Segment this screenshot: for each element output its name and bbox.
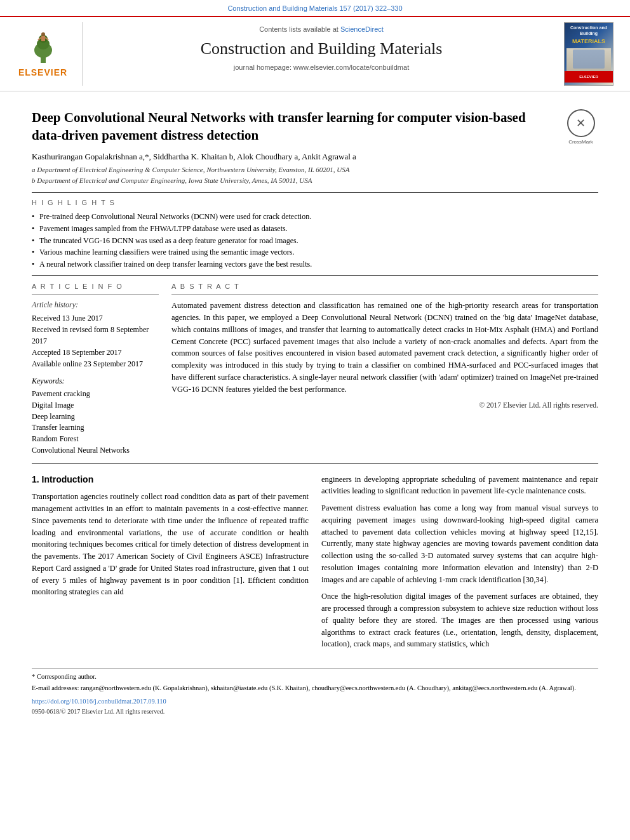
homepage-url: journal homepage: www.elsevier.com/locat…: [91, 63, 551, 72]
cover-materials-text: MATERIALS: [572, 37, 605, 46]
divider-after-highlights: [32, 275, 598, 276]
authors-text: Kasthurirangan Gopalakrishnan a,*, Siddh…: [32, 152, 356, 161]
highlights-section: H I G H L I G H T S Pre-trained deep Con…: [32, 198, 598, 270]
copyright-line: © 2017 Elsevier Ltd. All rights reserved…: [171, 400, 598, 410]
affiliations-block: a Department of Electrical Engineering &…: [32, 165, 598, 186]
intro-right-column: engineers in developing appropriate sche…: [321, 474, 598, 656]
email-footnote-text: E-mail addresses: rangan@northwestern.ed…: [32, 684, 576, 691]
keyword-4: Transfer learning: [32, 422, 159, 433]
sciencedirect-line: Contents lists available at ScienceDirec…: [91, 25, 551, 34]
cover-bottom-bar: ELSEVIER: [565, 71, 613, 83]
issn-line: 0950-0618/© 2017 Elsevier Ltd. All right…: [32, 707, 598, 716]
article-history-group: Article history: Received 13 June 2017 R…: [32, 300, 159, 370]
crossmark-icon: [567, 109, 595, 137]
intro-para1-right: engineers in developing appropriate sche…: [321, 474, 598, 498]
svg-point-4: [41, 32, 45, 36]
doi-link[interactable]: https://doi.org/10.1016/j.conbuildmat.20…: [32, 698, 166, 705]
contents-text: Contents lists available at: [259, 25, 338, 33]
footnotes-area: * Corresponding author. E-mail addresses…: [32, 668, 598, 716]
highlights-list: Pre-trained deep Convolutional Neural Ne…: [32, 211, 598, 270]
article-info-abstract-section: A R T I C L E I N F O Article history: R…: [32, 282, 598, 457]
cover-image-block: Construction and Building MATERIALS ELSE…: [560, 22, 617, 86]
crossmark-label: CrossMark: [568, 138, 593, 145]
elsevier-tree-icon: [18, 30, 69, 65]
elsevier-brand-name: ELSEVIER: [18, 67, 67, 79]
affiliation-a: a Department of Electrical Engineering &…: [32, 165, 598, 175]
divider-after-affiliations: [32, 192, 598, 193]
journal-center-info: Contents lists available at ScienceDirec…: [91, 22, 551, 86]
article-title-text-block: Deep Convolutional Neural Networks with …: [32, 109, 557, 144]
corresponding-author-note: * Corresponding author.: [32, 672, 598, 682]
journal-header: ELSEVIER Contents lists available at Sci…: [0, 16, 630, 91]
article-info-column: A R T I C L E I N F O Article history: R…: [32, 282, 159, 457]
authors-line: Kasthurirangan Gopalakrishnan a,*, Siddh…: [32, 151, 598, 163]
cover-thumbnail: Construction and Building MATERIALS ELSE…: [564, 22, 613, 86]
keyword-6: Convolutional Neural Networks: [32, 445, 159, 456]
received-date: Received 13 June 2017: [32, 312, 159, 324]
intro-para1: Transportation agencies routinely collec…: [32, 491, 309, 598]
highlight-item-3: The truncated VGG-16 DCNN was used as a …: [32, 236, 598, 246]
received-revised-date: Received in revised form 8 September 201…: [32, 324, 159, 347]
highlight-item-5: A neural network classifier trained on d…: [32, 259, 598, 270]
available-online-date: Available online 23 September 2017: [32, 358, 159, 370]
intro-section-label: Introduction: [42, 474, 94, 484]
abstract-text: Automated pavement distress detection an…: [171, 300, 598, 395]
intro-para2-right: Pavement distress evaluation has come a …: [321, 502, 598, 585]
journal-ref-text: Construction and Building Materials 157 …: [227, 4, 402, 12]
intro-para3-right: Once the high-resolution digital images …: [321, 590, 598, 650]
divider-before-intro: [32, 463, 598, 463]
doi-line: https://doi.org/10.1016/j.conbuildmat.20…: [32, 697, 598, 707]
cover-title-label: Construction and Building: [570, 25, 607, 35]
keyword-1: Pavement cracking: [32, 389, 159, 399]
article-title-section: Deep Convolutional Neural Networks with …: [32, 109, 598, 145]
abstract-column: A B S T R A C T Automated pavement distr…: [171, 282, 598, 457]
introduction-section: 1. Introduction Transportation agencies …: [32, 474, 598, 656]
cover-title-text: Construction and Building: [566, 25, 611, 36]
article-history-label: Article history:: [32, 300, 159, 310]
affiliation-b: b Department of Electrical and Computer …: [32, 176, 598, 185]
journal-reference: Construction and Building Materials 157 …: [0, 0, 630, 16]
keyword-3: Deep learning: [32, 411, 159, 422]
accepted-date: Accepted 18 September 2017: [32, 347, 159, 358]
keyword-2: Digital Image: [32, 400, 159, 411]
sciencedirect-link[interactable]: ScienceDirect: [340, 25, 384, 33]
highlights-label: H I G H L I G H T S: [32, 198, 598, 208]
keyword-5: Random Forest: [32, 434, 159, 444]
highlight-item-4: Various machine learning classifiers wer…: [32, 247, 598, 258]
highlight-item-2: Pavement images sampled from the FHWA/LT…: [32, 223, 598, 234]
page-content: Deep Convolutional Neural Networks with …: [0, 91, 630, 729]
intro-section-title: 1. Introduction: [32, 474, 309, 486]
journal-title: Construction and Building Materials: [91, 37, 551, 60]
intro-left-column: 1. Introduction Transportation agencies …: [32, 474, 309, 656]
crossmark-block: CrossMark: [563, 109, 598, 145]
intro-section-number: 1.: [32, 474, 42, 484]
keywords-section: Keywords: Pavement cracking Digital Imag…: [32, 376, 159, 456]
email-footnote: E-mail addresses: rangan@northwestern.ed…: [32, 684, 598, 693]
keywords-label: Keywords:: [32, 376, 159, 387]
highlight-item-1: Pre-trained deep Convolutional Neural Ne…: [32, 211, 598, 222]
abstract-header: A B S T R A C T: [171, 282, 598, 295]
svg-rect-5: [41, 36, 45, 41]
article-title: Deep Convolutional Neural Networks with …: [32, 109, 557, 144]
elsevier-logo-block: ELSEVIER: [13, 22, 83, 86]
article-info-header: A R T I C L E I N F O: [32, 282, 159, 295]
